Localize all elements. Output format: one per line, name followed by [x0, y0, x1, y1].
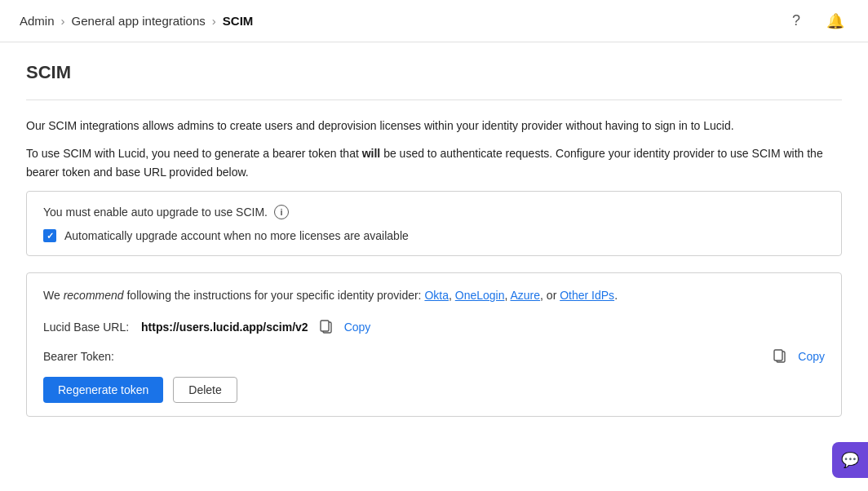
recommend-text: We recommend following the instructions … [43, 286, 825, 304]
bearer-copy-icon [773, 349, 786, 364]
base-url-copy-icon-button[interactable] [317, 318, 336, 336]
description-1: Our SCIM integrations allows admins to c… [26, 117, 842, 135]
notifications-button[interactable]: 🔔 [822, 8, 848, 34]
breadcrumb-admin[interactable]: Admin [20, 14, 55, 28]
help-icon: ? [792, 12, 800, 29]
page-content: SCIM Our SCIM integrations allows admins… [0, 42, 868, 453]
nav-icons: ? 🔔 [783, 8, 848, 34]
copy-icon [320, 320, 333, 334]
base-url-row: Lucid Base URL: https://users.lucid.app/… [43, 318, 825, 336]
breadcrumb: Admin › General app integrations › SCIM [20, 14, 253, 28]
azure-link[interactable]: Azure [511, 289, 541, 302]
okta-link[interactable]: Okta [424, 289, 449, 302]
chat-bubble[interactable]: 💬 [832, 442, 868, 478]
svg-rect-1 [321, 321, 329, 331]
auto-upgrade-checkbox[interactable] [43, 229, 56, 242]
description-2: To use SCIM with Lucid, you need to gene… [26, 144, 842, 181]
bearer-token-label: Bearer Token: [43, 350, 133, 363]
breadcrumb-general[interactable]: General app integrations [72, 14, 206, 28]
breadcrumb-current: SCIM [223, 14, 254, 28]
section-divider [26, 100, 842, 100]
action-buttons: Regenerate token Delete [43, 377, 825, 403]
svg-rect-3 [774, 350, 782, 361]
recommend-box: We recommend following the instructions … [26, 272, 842, 416]
breadcrumb-sep-1: › [61, 14, 65, 28]
breadcrumb-sep-2: › [212, 14, 216, 28]
base-url-copy-button[interactable]: Copy [344, 321, 371, 334]
regenerate-token-button[interactable]: Regenerate token [43, 377, 163, 403]
bearer-copy-button[interactable]: Copy [798, 350, 825, 363]
other-idps-link[interactable]: Other IdPs [560, 289, 614, 302]
warning-row: You must enable auto upgrade to use SCIM… [43, 205, 825, 219]
info-icon: i [274, 205, 289, 219]
bearer-token-row: Bearer Token: Copy [43, 347, 825, 365]
onelogin-link[interactable]: OneLogin [455, 289, 505, 302]
page-title: SCIM [26, 62, 842, 83]
warning-text: You must enable auto upgrade to use SCIM… [43, 206, 268, 219]
delete-button[interactable]: Delete [173, 377, 237, 403]
bell-icon: 🔔 [826, 12, 844, 30]
auto-upgrade-info-box: You must enable auto upgrade to use SCIM… [26, 191, 842, 256]
base-url-label: Lucid Base URL: [43, 321, 133, 334]
checkbox-label: Automatically upgrade account when no mo… [64, 229, 409, 242]
checkbox-row: Automatically upgrade account when no mo… [43, 229, 825, 242]
base-url-value: https://users.lucid.app/scim/v2 [141, 321, 308, 334]
help-button[interactable]: ? [783, 8, 809, 34]
bearer-copy-icon-button[interactable] [770, 347, 790, 365]
top-nav: Admin › General app integrations › SCIM … [0, 0, 868, 42]
chat-icon: 💬 [841, 451, 859, 469]
